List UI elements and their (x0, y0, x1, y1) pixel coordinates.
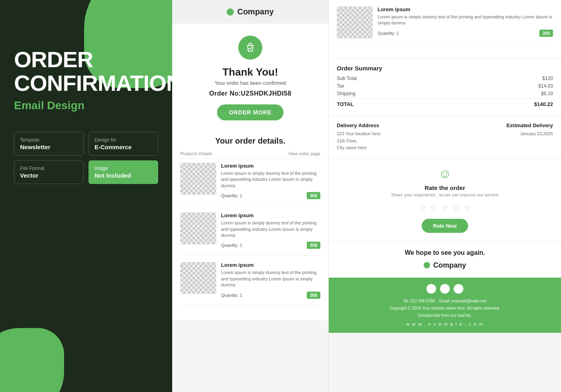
order-confirmed-text: Your order has been confirmed (180, 80, 320, 86)
card-value-image: Not Included (95, 172, 152, 179)
estimated-delivery-title: Estimated Delivery (449, 122, 553, 128)
star-3: ☆ (441, 203, 449, 213)
product-name-3: Lorem ipsum (221, 262, 320, 268)
right-area: Company Thank You! Your order has been c… (172, 0, 561, 392)
email-inner-left: Company Thank You! Your order has been c… (172, 0, 328, 320)
product-qty-row-2: Quantity: 1 30$ (221, 242, 320, 249)
social-icon-1[interactable] (426, 284, 436, 294)
product-desc-2: Lorem ipsum is simply dummy text of the … (221, 220, 320, 238)
product-image-1 (180, 163, 216, 195)
product-item-3: Lorem ipsum Lorem ipsum is simply dummy … (180, 262, 320, 305)
right-product-qty-row: Quantity: 1 30$ (378, 30, 553, 37)
rate-now-button[interactable]: Rate Now (422, 219, 468, 233)
star-4: ☆ (452, 203, 460, 213)
summary-label-subtotal: Sub Total (337, 76, 357, 81)
product-name-1: Lorem ipsum (221, 163, 320, 169)
order-number: Order No:U2SHDKJHDI58 (180, 90, 320, 97)
product-qty-1: Quantity: 1 (221, 193, 242, 198)
left-panel: ORDER CONFIRMATION Email Design Template… (0, 0, 172, 392)
summary-label-shipping: Shipping (337, 91, 356, 96)
delivery-address-info: 123 Your location here 11th Floor, City … (337, 130, 441, 152)
product-qty-row-3: Quantity: 1 30$ (221, 292, 320, 299)
card-value-design: E-Commerce (95, 144, 152, 150)
product-desc-1: Lorem ipsum is simply dummy text of the … (221, 170, 320, 189)
summary-row-subtotal: Sub Total $120 (337, 76, 553, 81)
email-preview-right[interactable]: Lorem ipsum Lorem ipsum is simply dummy … (328, 0, 561, 392)
info-grid: Template Newsletter Design for E-Commerc… (14, 132, 158, 184)
summary-value-shipping: $6.19 (541, 91, 553, 96)
rate-section: ☺ Rate the order Share your experience ,… (329, 158, 561, 241)
summary-value-total: $140.22 (534, 101, 553, 107)
product-info-1: Lorem ipsum Lorem ipsum is simply dummy … (221, 163, 320, 199)
right-product-item: Lorem ipsum Lorem ipsum is simply dummy … (337, 6, 553, 45)
product-name-2: Lorem ipsum (221, 212, 320, 218)
summary-value-subtotal: $120 (542, 76, 553, 81)
card-label-design: Design for (95, 137, 152, 143)
footer-email: Email: example@mail.com (439, 299, 487, 303)
star-2: ☆ (430, 203, 438, 213)
smiley-icon: ☺ (337, 166, 553, 181)
product-item-2: Lorem ipsum Lorem ipsum is simply dummy … (180, 212, 320, 256)
address-line-1: 123 Your location here (337, 131, 380, 136)
hope-text: We hope to see you again. (337, 249, 553, 256)
address-line-3: City name here (337, 145, 367, 150)
info-card-template: Template Newsletter (14, 132, 84, 156)
right-product-info: Lorem ipsum Lorem ipsum is simply dummy … (378, 6, 553, 38)
product-desc-3: Lorem ipsum is simply dummy text of the … (221, 270, 320, 288)
rate-subtitle: Share your experience , so we can improv… (337, 192, 553, 197)
card-label-image: Image (95, 166, 152, 171)
products-header: Products Details View order page (180, 151, 320, 159)
summary-row-total: TOTAL $140.22 (337, 98, 553, 107)
social-icon-2[interactable] (440, 284, 450, 294)
hope-section: We hope to see you again. Company (329, 241, 561, 278)
estimated-delivery-date: January 23,2025 (449, 130, 553, 138)
social-icon-3[interactable] (454, 284, 463, 294)
info-card-design: Design for E-Commerce (88, 132, 158, 156)
footer-social (337, 284, 553, 294)
company-dot-icon (227, 8, 234, 16)
info-card-format: File Format Vector (14, 160, 84, 184)
order-more-button[interactable]: ORDER MORE (217, 104, 284, 120)
thank-title: Thank You! (180, 66, 320, 78)
blob-bottom-decoration (0, 328, 64, 392)
order-details-title: Your order details. (180, 136, 320, 146)
thank-you-section: Thank You! Your order has been confirmed… (172, 24, 328, 128)
products-header-right: View order page (288, 151, 320, 156)
email-inner-right: Lorem ipsum Lorem ipsum is simply dummy … (329, 0, 561, 333)
company-name: Company (237, 7, 273, 16)
card-value-format: Vector (20, 172, 78, 179)
order-details-section: Your order details. Products Details Vie… (172, 128, 328, 320)
footer-unsubscribe: Unsubscribe from our mail list. (418, 313, 472, 318)
right-product-name: Lorem ipsum (378, 6, 553, 12)
card-value-template: Newsletter (20, 144, 78, 150)
product-image-3 (180, 262, 216, 294)
company-name-footer: Company (433, 261, 466, 270)
right-product-price: 30$ (539, 30, 553, 37)
summary-label-tax: Tax (337, 83, 344, 89)
hope-company: Company (337, 261, 553, 270)
product-price-2: 30$ (307, 242, 320, 249)
footer-tel: Tel: 012 345 6789 (403, 299, 435, 303)
footer-info: Tel: 012 345 6789 Email: example@mail.co… (337, 298, 553, 319)
company-dot-footer-icon (424, 262, 430, 268)
delivery-address: Delivery Address 123 Your location here … (337, 122, 441, 152)
subtitle: Email Design (14, 99, 158, 112)
stars-row: ☆ ☆ ☆ ☆ ☆ (337, 203, 553, 213)
summary-title: Order Summary (337, 65, 553, 72)
product-info-3: Lorem ipsum Lorem ipsum is simply dummy … (221, 262, 320, 298)
summary-row-shipping: Shipping $6.19 (337, 91, 553, 96)
email-preview-left[interactable]: Company Thank You! Your order has been c… (172, 0, 328, 392)
summary-value-tax: $14.03 (538, 83, 553, 89)
title-line2: CONFIRMATION (14, 70, 172, 96)
right-email-top: Lorem ipsum Lorem ipsum is simply dummy … (329, 0, 561, 58)
card-label-template: Template (20, 137, 78, 143)
shopping-bag-icon (238, 36, 262, 60)
delivery-section: Delivery Address 123 Your location here … (329, 116, 561, 158)
delivery-address-title: Delivery Address (337, 122, 441, 128)
product-price-1: 30$ (307, 192, 320, 199)
info-card-image: Image Not Included (88, 160, 158, 184)
address-line-2: 11th Floor, (337, 138, 358, 143)
right-product-qty: Quantity: 1 (378, 31, 399, 36)
product-qty-2: Quantity: 1 (221, 243, 242, 248)
footer-domain: w w w . e x a m p l e . c o m (337, 322, 553, 326)
